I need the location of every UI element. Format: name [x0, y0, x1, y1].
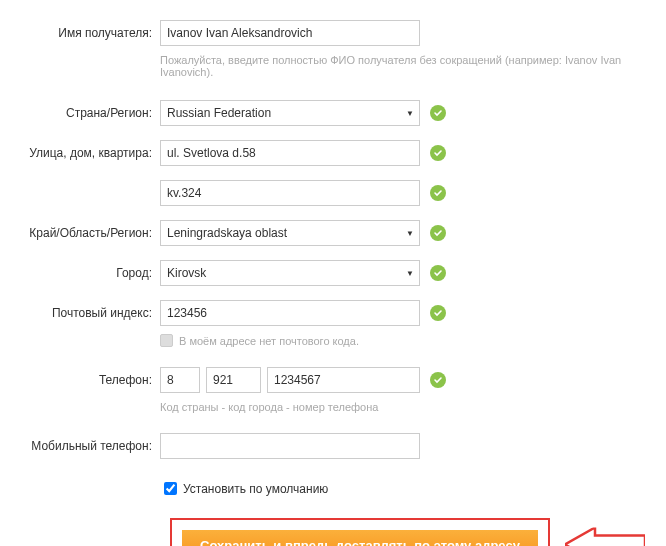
valid-check-icon [430, 105, 446, 121]
valid-check-icon [430, 145, 446, 161]
street2-input[interactable] [160, 180, 420, 206]
default-checkbox-label: Установить по умолчанию [183, 482, 328, 496]
no-postal-checkbox[interactable] [160, 334, 173, 347]
arrow-annotation-icon [565, 527, 645, 546]
highlight-annotation: Сохранить и впредь доставлять по этому а… [170, 518, 550, 546]
default-checkbox[interactable] [164, 482, 177, 495]
street1-input[interactable] [160, 140, 420, 166]
phone-city-input[interactable] [206, 367, 261, 393]
phone-country-input[interactable] [160, 367, 200, 393]
region-label: Край/Область/Регион: [15, 226, 160, 240]
street-label: Улица, дом, квартира: [15, 146, 160, 160]
country-label: Страна/Регион: [15, 106, 160, 120]
save-button[interactable]: Сохранить и впредь доставлять по этому а… [182, 530, 538, 546]
region-select[interactable]: Leningradskaya oblast [160, 220, 420, 246]
phone-number-input[interactable] [267, 367, 420, 393]
recipient-input[interactable] [160, 20, 420, 46]
no-postal-label: В моём адресе нет почтового кода. [179, 335, 359, 347]
valid-check-icon [430, 305, 446, 321]
valid-check-icon [430, 225, 446, 241]
city-select[interactable]: Kirovsk [160, 260, 420, 286]
city-label: Город: [15, 266, 160, 280]
recipient-label: Имя получателя: [15, 26, 160, 40]
mobile-input[interactable] [160, 433, 420, 459]
country-select[interactable]: Russian Federation [160, 100, 420, 126]
mobile-label: Мобильный телефон: [15, 439, 160, 453]
recipient-hint: Пожалуйста, введите полностью ФИО получа… [160, 54, 630, 78]
valid-check-icon [430, 185, 446, 201]
valid-check-icon [430, 372, 446, 388]
postal-input[interactable] [160, 300, 420, 326]
phone-label: Телефон: [15, 373, 160, 387]
postal-label: Почтовый индекс: [15, 306, 160, 320]
valid-check-icon [430, 265, 446, 281]
phone-hint: Код страны - код города - номер телефона [160, 401, 378, 413]
